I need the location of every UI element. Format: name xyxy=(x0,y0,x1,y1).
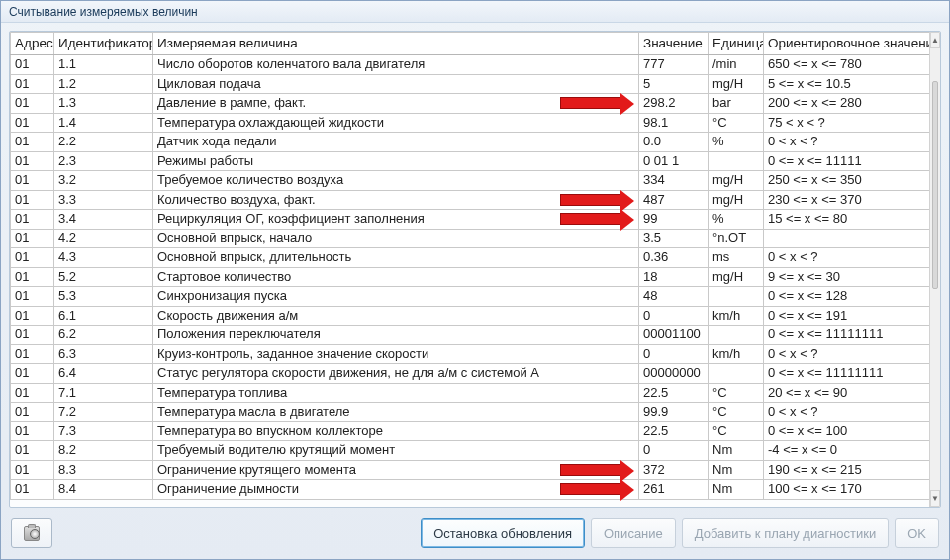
cell-ref: 0 < x < ? xyxy=(764,344,930,364)
cell-unit: °C xyxy=(709,113,764,133)
table-row[interactable]: 017.1Температура топлива22.5°C20 <= x <=… xyxy=(11,383,930,403)
cell-id: 6.3 xyxy=(54,344,153,364)
table-row[interactable]: 018.2Требуемый водителю крутящий момент0… xyxy=(11,441,930,461)
table-row[interactable]: 016.1Скорость движения а/м0km/h0 <= x <=… xyxy=(11,306,930,326)
cell-val: 777 xyxy=(639,55,709,75)
window: Считывание измеряемых величин Адрес Иден… xyxy=(0,0,950,560)
table-row[interactable]: 018.3Ограничение крутящего момента372Nm1… xyxy=(11,460,930,480)
scroll-thumb[interactable] xyxy=(932,81,938,289)
cell-id: 8.2 xyxy=(54,441,153,461)
table-row[interactable]: 011.1Число оборотов коленчатого вала дви… xyxy=(11,55,930,75)
col-val-header[interactable]: Значение xyxy=(639,33,709,55)
table-row[interactable]: 015.3Синхронизация пуска480 <= x <= 128 xyxy=(11,287,930,307)
cell-name: Число оборотов коленчатого вала двигател… xyxy=(153,55,639,75)
table-wrap: Адрес Идентификатор Измеряемая величина … xyxy=(10,32,929,507)
cell-name: Круиз-контроль, заданное значение скорос… xyxy=(153,344,639,364)
cell-val: 0 xyxy=(639,344,709,364)
cell-addr: 01 xyxy=(11,113,54,133)
cell-ref xyxy=(764,229,930,248)
cell-name: Синхронизация пуска xyxy=(153,287,639,307)
table-row[interactable]: 017.2Температура масла в двигателе99.9°C… xyxy=(11,403,930,422)
cell-ref: 0 <= x <= 11111111 xyxy=(764,364,930,384)
cell-ref: 9 <= x <= 30 xyxy=(764,267,930,287)
cell-id: 3.4 xyxy=(54,210,153,230)
table-row[interactable]: 012.2Датчик хода педали0.0%0 < x < ? xyxy=(11,133,930,152)
stop-update-button[interactable]: Остановка обновления xyxy=(421,518,585,548)
cell-addr: 01 xyxy=(11,190,54,210)
table-row[interactable]: 016.4Статус регулятора скорости движения… xyxy=(11,364,930,384)
col-id-header[interactable]: Идентификатор xyxy=(54,33,153,55)
table-row[interactable]: 016.3Круиз-контроль, заданное значение с… xyxy=(11,344,930,364)
scroll-down-button[interactable]: ▼ xyxy=(930,490,940,507)
cell-val: 00001100 xyxy=(639,326,709,345)
col-ref-header[interactable]: Ориентировочное значение xyxy=(764,33,930,55)
cell-unit xyxy=(709,364,764,384)
vertical-scrollbar[interactable]: ▲ ▼ xyxy=(929,32,940,507)
table-row[interactable]: 013.2Требуемое количество воздуха334mg/H… xyxy=(11,171,930,191)
table-row[interactable]: 015.2Стартовое количество18mg/H9 <= x <=… xyxy=(11,267,930,287)
cell-name: Температура масла в двигателе xyxy=(153,403,639,422)
cell-name: Требуемое количество воздуха xyxy=(153,171,639,191)
cell-ref: 0 < x < ? xyxy=(764,403,930,422)
cell-ref: 230 <= x <= 370 xyxy=(764,190,930,210)
cell-addr: 01 xyxy=(11,171,54,191)
scroll-up-button[interactable]: ▲ xyxy=(930,32,940,48)
cell-val: 261 xyxy=(639,480,709,500)
add-to-plan-button[interactable]: Добавить к плану диагностики xyxy=(682,518,889,548)
cell-val: 0 xyxy=(639,441,709,461)
cell-unit: mg/H xyxy=(709,190,764,210)
cell-ref: 15 <= x <= 80 xyxy=(764,210,930,230)
table-row[interactable]: 014.2Основной впрыск, начало3.5°n.OT xyxy=(11,229,930,248)
cell-id: 7.3 xyxy=(54,421,153,441)
cell-id: 5.2 xyxy=(54,267,153,287)
table-row[interactable]: 014.3Основной впрыск, длительность0.36ms… xyxy=(11,248,930,268)
ok-button[interactable]: OK xyxy=(895,518,939,548)
annotation-arrow xyxy=(560,213,621,225)
cell-ref: 0 <= x <= 11111 xyxy=(764,151,930,171)
cell-val: 0.0 xyxy=(639,133,709,152)
table-row[interactable]: 011.3Давление в рампе, факт.298.2bar200 … xyxy=(11,94,930,114)
cell-addr: 01 xyxy=(11,133,54,152)
table-row[interactable]: 017.3Температура во впускном коллекторе2… xyxy=(11,421,930,441)
annotation-arrow xyxy=(560,97,621,109)
cell-ref: 75 < x < ? xyxy=(764,113,930,133)
table-row[interactable]: 013.3Количество воздуха, факт.487mg/H230… xyxy=(11,190,930,210)
cell-ref: 0 < x < ? xyxy=(764,248,930,268)
col-name-header[interactable]: Измеряемая величина xyxy=(153,33,639,55)
screenshot-button[interactable] xyxy=(11,518,52,548)
cell-addr: 01 xyxy=(11,364,54,384)
cell-id: 7.2 xyxy=(54,403,153,422)
cell-ref: 0 <= x <= 128 xyxy=(764,287,930,307)
cell-unit: % xyxy=(709,133,764,152)
table-row[interactable]: 011.2Цикловая подача5mg/H5 <= x <= 10.5 xyxy=(11,74,930,94)
col-addr-header[interactable]: Адрес xyxy=(11,33,54,55)
cell-name: Температура охлаждающей жидкости xyxy=(153,113,639,133)
cell-addr: 01 xyxy=(11,248,54,268)
annotation-arrow xyxy=(560,464,621,476)
cell-unit: °C xyxy=(709,383,764,403)
cell-name: Цикловая подача xyxy=(153,74,639,94)
cell-addr: 01 xyxy=(11,383,54,403)
cell-addr: 01 xyxy=(11,326,54,345)
table-row[interactable]: 011.4Температура охлаждающей жидкости98.… xyxy=(11,113,930,133)
cell-val: 18 xyxy=(639,267,709,287)
cell-name: Положения переключателя xyxy=(153,326,639,345)
table-row[interactable]: 013.4Рециркуляция ОГ, коэффициент заполн… xyxy=(11,210,930,230)
col-unit-header[interactable]: Единица xyxy=(709,33,764,55)
cell-id: 2.2 xyxy=(54,133,153,152)
cell-addr: 01 xyxy=(11,94,54,114)
cell-ref: 200 <= x <= 280 xyxy=(764,94,930,114)
description-button[interactable]: Описание xyxy=(591,518,676,548)
content-panel: Адрес Идентификатор Измеряемая величина … xyxy=(9,31,941,508)
table-row[interactable]: 016.2Положения переключателя000011000 <=… xyxy=(11,326,930,345)
cell-name: Датчик хода педали xyxy=(153,133,639,152)
cell-id: 1.2 xyxy=(54,74,153,94)
cell-unit: mg/H xyxy=(709,74,764,94)
cell-unit xyxy=(709,326,764,345)
cell-unit xyxy=(709,151,764,171)
cell-id: 1.3 xyxy=(54,94,153,114)
table-row[interactable]: 018.4Ограничение дымности261Nm100 <= x <… xyxy=(11,480,930,500)
cell-name: Требуемый водителю крутящий момент xyxy=(153,441,639,461)
table-row[interactable]: 012.3Режимы работы0 01 10 <= x <= 11111 xyxy=(11,151,930,171)
cell-addr: 01 xyxy=(11,210,54,230)
